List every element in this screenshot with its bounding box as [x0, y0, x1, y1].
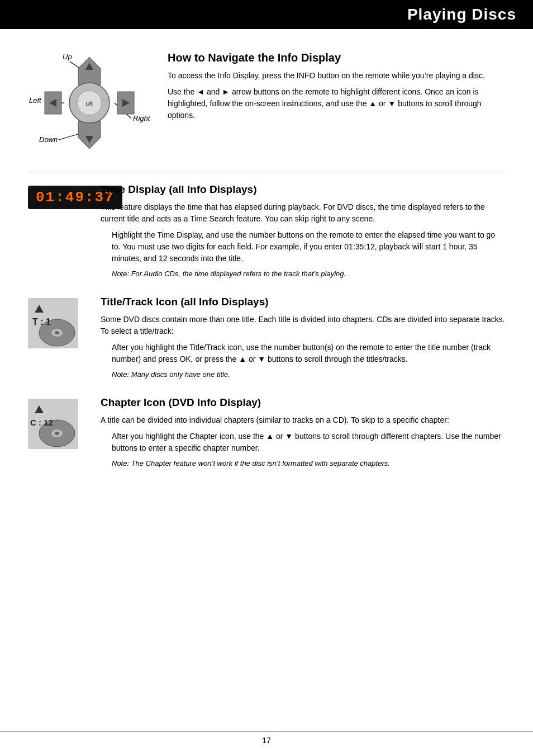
time-display-section: 01:49:37 Time Display (all Info Displays…	[28, 183, 505, 279]
title-track-text: Title/Track Icon (all Info Displays) Som…	[101, 296, 505, 380]
dpad-diagram: ok Up Left Down Right	[28, 51, 151, 155]
chapter-icon-area: C : 12	[28, 396, 84, 449]
chapter-section: C : 12 Chapter Icon (DVD Info Display) A…	[28, 396, 505, 469]
navigate-para2: Use the ◄ and ► arrow buttons on the rem…	[168, 86, 505, 121]
navigate-section: ok Up Left Down Right How to Navigate th…	[28, 51, 505, 155]
navigate-text: How to Navigate the Info Display To acce…	[168, 51, 505, 126]
title-track-icon-area: T : 1	[28, 296, 84, 348]
page-number: 17	[262, 736, 271, 745]
svg-text:T : 1: T : 1	[32, 317, 51, 327]
page-title: Playing Discs	[407, 6, 516, 23]
chapter-note: Note: The Chapter feature won’t work if …	[112, 459, 505, 469]
chapter-disc-icon: C : 12	[28, 399, 78, 449]
title-track-heading: Title/Track Icon (all Info Displays)	[101, 296, 505, 308]
dpad-label-right: Right	[133, 114, 150, 122]
svg-marker-5	[78, 121, 101, 149]
title-track-indented: After you highlight the Title/Track icon…	[112, 342, 505, 365]
title-track-section: T : 1 Title/Track Icon (all Info Display…	[28, 296, 505, 380]
dpad-label-down: Down	[39, 135, 58, 144]
time-display-indented: Highlight the Time Display, and use the …	[112, 229, 505, 264]
svg-marker-4	[78, 57, 101, 85]
dpad-label-left: Left	[29, 96, 41, 105]
title-track-para1: Some DVD discs contain more than one tit…	[101, 314, 505, 337]
time-display-heading: Time Display (all Info Displays)	[101, 183, 505, 196]
svg-text:C : 12: C : 12	[30, 418, 53, 427]
navigate-para1: To access the Info Display, press the IN…	[168, 70, 505, 82]
svg-point-18	[55, 331, 59, 334]
chapter-indented: After you highlight the Chapter icon, us…	[112, 431, 505, 454]
time-display-text: Time Display (all Info Displays) This fe…	[101, 183, 505, 279]
page-footer: 17	[0, 731, 533, 745]
dpad-label-up: Up	[63, 53, 72, 61]
chapter-text: Chapter Icon (DVD Info Display) A title …	[101, 396, 505, 469]
svg-text:ok: ok	[85, 99, 94, 107]
page-title-bar: Playing Discs	[0, 0, 533, 29]
svg-point-24	[55, 432, 59, 435]
chapter-para1: A title can be divided into individual c…	[101, 414, 505, 426]
time-display-para1: This feature displays the time that has …	[101, 201, 505, 225]
title-track-disc-icon: T : 1	[28, 298, 78, 348]
title-track-note: Note: Many discs only have one title.	[112, 370, 505, 380]
chapter-heading: Chapter Icon (DVD Info Display)	[101, 396, 505, 409]
divider1	[28, 172, 505, 172]
time-display-note: Note: For Audio CDs, the time displayed …	[112, 269, 505, 279]
time-display-icon-area: 01:49:37	[28, 183, 84, 209]
navigate-heading: How to Navigate the Info Display	[168, 51, 505, 64]
